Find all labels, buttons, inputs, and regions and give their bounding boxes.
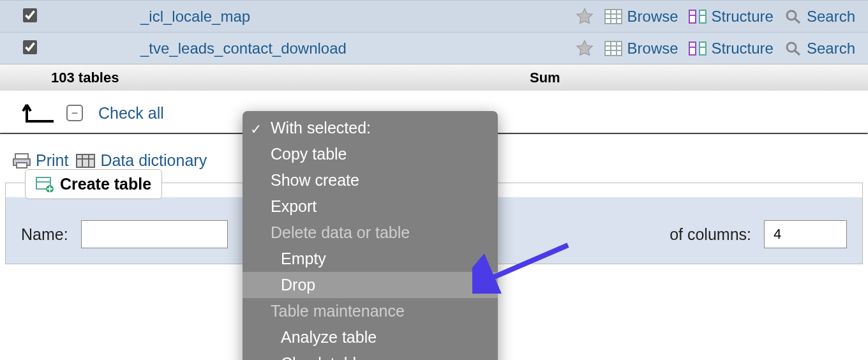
row-actions: Browse Structure Search <box>575 7 868 26</box>
dictionary-icon <box>76 153 95 169</box>
dd-selected-item[interactable]: ✓ With selected: <box>243 115 498 141</box>
arrow-up-left-icon <box>20 102 51 124</box>
svg-rect-6 <box>700 10 706 23</box>
row-checkbox-cell <box>0 6 51 26</box>
search-link[interactable]: Search <box>784 40 855 57</box>
svg-rect-16 <box>689 42 696 55</box>
sum-label: Sum <box>523 70 868 86</box>
table-name-cell: _tve_leads_contact_download <box>51 40 575 57</box>
svg-line-21 <box>795 50 800 55</box>
svg-rect-25 <box>77 154 94 167</box>
create-table-label: Create table <box>60 175 151 193</box>
search-label: Search <box>807 40 855 57</box>
check-all-checkbox[interactable]: − <box>66 105 83 121</box>
table-row: _icl_locale_map Browse Structure Search <box>0 0 868 32</box>
data-dictionary-link[interactable]: Data dictionary <box>76 151 207 170</box>
svg-line-34 <box>485 245 568 264</box>
table-row: _tve_leads_contact_download Browse Struc… <box>0 32 868 64</box>
row-actions: Browse Structure Search <box>575 39 868 58</box>
structure-icon <box>689 41 707 56</box>
dictionary-label: Data dictionary <box>100 151 207 170</box>
table-name-cell: _icl_locale_map <box>51 8 575 26</box>
favorite-icon[interactable] <box>575 7 594 26</box>
print-label: Print <box>36 151 68 170</box>
svg-rect-17 <box>700 42 706 55</box>
search-icon <box>784 41 802 56</box>
dd-selected-label: With selected: <box>271 119 371 137</box>
svg-rect-22 <box>15 154 28 159</box>
create-table-button[interactable]: Create table <box>25 169 162 199</box>
dd-show-create[interactable]: Show create <box>243 167 498 193</box>
columns-label: of columns: <box>670 225 751 244</box>
print-link[interactable]: Print <box>13 151 68 170</box>
favorite-icon[interactable] <box>575 39 594 58</box>
browse-label: Browse <box>627 40 678 57</box>
dd-header-delete: Delete data or table <box>243 220 498 246</box>
dd-empty[interactable]: Empty <box>243 246 498 264</box>
table-name-input[interactable] <box>81 220 228 248</box>
structure-label: Structure <box>712 8 774 26</box>
svg-point-20 <box>787 43 796 52</box>
structure-link[interactable]: Structure <box>689 8 774 26</box>
columns-input[interactable] <box>764 220 847 248</box>
dd-copy-table[interactable]: Copy table <box>243 141 498 167</box>
row-checkbox[interactable] <box>23 40 37 54</box>
row-checkbox[interactable] <box>23 8 37 22</box>
search-icon <box>784 9 802 24</box>
svg-line-10 <box>795 19 800 23</box>
svg-rect-0 <box>605 10 622 24</box>
tables-count: 103 tables <box>51 70 523 86</box>
table-name-link[interactable]: _icl_locale_map <box>140 8 250 25</box>
browse-link[interactable]: Browse <box>604 8 678 26</box>
name-label: Name: <box>21 225 68 244</box>
create-table-icon <box>36 177 54 192</box>
svg-rect-5 <box>689 10 696 23</box>
structure-icon <box>689 9 707 24</box>
summary-row: 103 tables Sum <box>0 64 868 91</box>
with-selected-dropdown[interactable]: ✓ With selected: Copy table Show create … <box>243 111 498 264</box>
svg-rect-11 <box>605 41 622 56</box>
structure-link[interactable]: Structure <box>689 40 774 57</box>
row-checkbox-cell <box>0 38 51 58</box>
svg-rect-24 <box>17 163 27 168</box>
search-label: Search <box>807 8 855 26</box>
browse-icon <box>604 41 622 56</box>
check-icon: ✓ <box>250 121 262 138</box>
structure-label: Structure <box>712 40 774 57</box>
svg-point-9 <box>787 11 796 20</box>
dd-export[interactable]: Export <box>243 193 498 220</box>
browse-label: Browse <box>627 8 678 26</box>
search-link[interactable]: Search <box>784 8 855 26</box>
annotation-arrow-icon <box>472 243 574 264</box>
browse-link[interactable]: Browse <box>604 40 678 57</box>
browse-icon <box>604 9 622 24</box>
print-icon <box>13 153 31 169</box>
check-all-link[interactable]: Check all <box>98 104 164 123</box>
table-name-link[interactable]: _tve_leads_contact_download <box>140 40 347 57</box>
